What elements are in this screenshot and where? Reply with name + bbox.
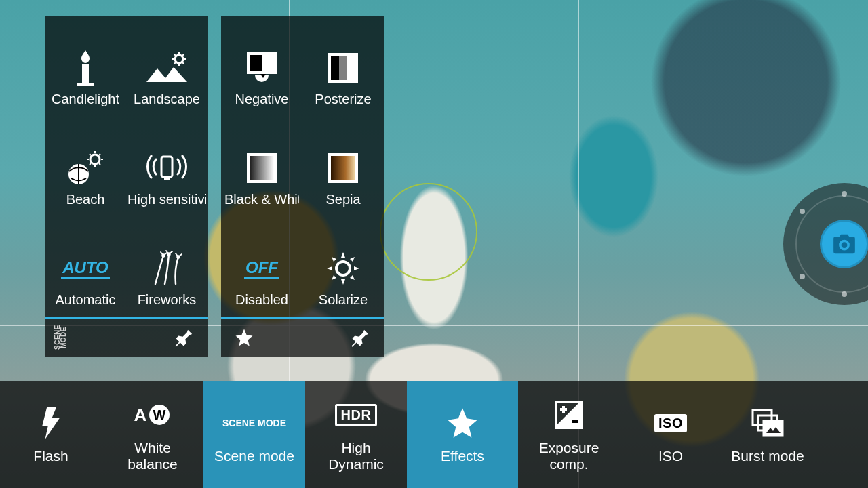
effect-posterize[interactable]: Posterize [302,16,384,117]
tool-hdr[interactable]: HDR High Dynamic [305,381,407,488]
scene-label: Beach [66,192,105,207]
svg-line-18 [99,154,100,155]
scene-label: Landscape [134,92,200,107]
svg-line-10 [174,62,176,64]
scene-candlelight[interactable]: Candlelight [45,16,126,117]
tool-effects[interactable]: Effects [407,381,518,488]
exposure-icon [554,396,584,433]
black-white-icon [221,144,302,192]
sepia-icon [302,144,384,192]
svg-rect-22 [161,157,172,177]
tool-label: Exposure comp. [539,440,599,472]
tool-label: ISO [658,448,683,464]
candle-icon [45,44,126,92]
scene-label: Automatic [56,292,116,308]
effect-label: Solarize [319,292,368,308]
svg-line-9 [182,54,184,56]
pin-icon[interactable] [347,324,374,351]
tool-scene-mode[interactable]: SCENE MODE Scene mode [203,381,305,488]
tool-label: High Dynamic [328,440,384,472]
flash-icon [39,405,62,441]
effect-solarize[interactable]: Solarize [302,217,384,317]
off-icon: OFF [221,245,302,292]
high-sensitivity-icon [126,144,208,192]
tool-label: Effects [441,448,484,464]
beach-icon [45,144,126,192]
svg-rect-23 [164,178,170,180]
tool-label: Flash [33,448,68,464]
effect-label: Black & White [224,192,299,207]
scene-high-sensitivity[interactable]: High sensitivity [126,117,208,217]
svg-point-35 [336,262,350,275]
solarize-icon [302,245,384,292]
effect-label: Disabled [235,292,288,308]
effect-label: Posterize [315,92,371,107]
scene-mode-panel: Candlelight Landscape Beach High sensiti… [45,16,208,357]
iso-icon: ISO [654,405,687,441]
posterize-icon [302,44,384,92]
tool-iso[interactable]: ISO ISO [620,381,722,488]
focus-indicator [380,183,477,281]
scene-label: Candlelight [52,92,119,107]
svg-line-17 [99,163,100,165]
auto-icon: AUTO [45,245,126,292]
shutter-button[interactable] [820,220,868,268]
svg-point-11 [90,155,100,164]
effect-negative[interactable]: Negative [221,16,302,117]
hdr-icon: HDR [335,396,378,433]
shutter-dial[interactable] [783,183,868,305]
white-balance-icon: A W [134,396,172,433]
tool-exposure[interactable]: Exposure comp. [518,381,620,488]
scene-beach[interactable]: Beach [45,117,126,217]
pin-icon[interactable] [171,324,198,351]
svg-point-2 [175,55,183,63]
svg-line-19 [90,163,91,165]
tool-white-balance[interactable]: A W White balance [102,381,203,488]
svg-text:W: W [153,407,166,422]
effects-icon [445,405,480,441]
tool-flash[interactable]: Flash [0,381,102,488]
fireworks-icon [126,245,208,292]
landscape-icon [126,44,208,92]
scene-label: Fireworks [138,292,197,308]
tool-label: Burst mode [731,448,804,464]
tool-label: Scene mode [214,448,294,464]
effect-black-white[interactable]: Black & White [221,117,302,217]
svg-line-8 [182,62,184,64]
scene-fireworks[interactable]: Fireworks [126,217,208,317]
camera-icon [831,231,857,257]
scene-label: High sensitivity [127,192,206,207]
burst-icon [751,405,785,441]
tool-label: White balance [127,440,178,472]
svg-rect-34 [250,55,262,71]
scene-mode-tag: SCENE MODE [54,319,66,357]
scene-landscape[interactable]: Landscape [126,16,208,117]
mode-toolbar: Flash A W White balance SCENE MODE Scene… [0,381,868,488]
scene-mode-icon: SCENE MODE [222,405,286,441]
effect-sepia[interactable]: Sepia [302,117,384,217]
effect-disabled[interactable]: OFF Disabled [221,217,302,317]
svg-rect-0 [82,64,89,84]
effect-label: Negative [235,92,289,107]
svg-rect-1 [77,83,94,86]
effects-panel: Negative Posterize Black & White Sepia O… [221,16,384,357]
star-icon[interactable] [231,324,258,351]
svg-line-16 [90,154,91,155]
effect-label: Sepia [326,192,360,207]
svg-line-7 [174,54,176,56]
negative-icon [221,44,302,92]
tool-burst[interactable]: Burst mode [722,381,814,488]
scene-automatic[interactable]: AUTO Automatic [45,217,126,317]
svg-rect-41 [764,421,783,436]
